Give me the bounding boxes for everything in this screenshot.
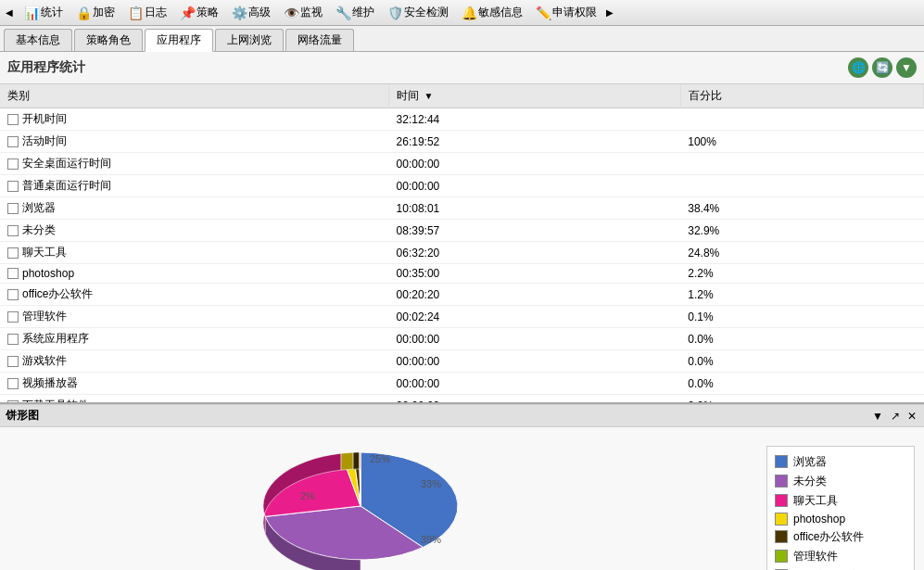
table-row[interactable]: office办公软件 00:20:20 1.2%	[0, 284, 924, 306]
sensitive-icon: 🔔	[462, 6, 476, 20]
main-area: 应用程序统计 🌐 🔄 ▼ 类别 时间 ▼ 百分比	[0, 52, 924, 570]
table-row[interactable]: 普通桌面运行时间 00:00:00	[0, 175, 924, 197]
row-category-6: 聊天工具	[22, 245, 67, 260]
row-checkbox-2[interactable]	[7, 158, 19, 170]
stats-icons: 🌐 🔄 ▼	[848, 57, 917, 78]
table-row[interactable]: 视频播放器 00:00:00 0.0%	[0, 373, 924, 395]
row-category-3: 普通桌面运行时间	[22, 178, 111, 194]
row-time-8: 00:20:20	[389, 284, 681, 306]
policy-icon: 📌	[180, 6, 195, 20]
stats-icon-dropdown[interactable]: ▼	[896, 57, 917, 78]
toolbar-left-arrow[interactable]: ◀	[4, 6, 17, 19]
toolbar-sensitive-label: 敏感信息	[478, 5, 523, 20]
stats-icon-globe[interactable]: 🌐	[848, 57, 868, 78]
row-category-10: 系统应用程序	[22, 331, 89, 347]
toolbar-right-arrow[interactable]: ▶	[604, 6, 617, 19]
toolbar-monitor[interactable]: 👁️ 监视	[278, 3, 328, 22]
pie-pct-uncategorized: 33%	[421, 478, 441, 489]
row-checkbox-1[interactable]	[7, 136, 19, 147]
toolbar-log[interactable]: 📋 日志	[122, 3, 172, 22]
toolbar-encrypt[interactable]: 🔒 加密	[70, 3, 120, 22]
apply-permission-icon: ✏️	[536, 6, 551, 20]
pie-btn-dropdown[interactable]: ▼	[870, 410, 885, 423]
pie-title: 饼形图	[6, 408, 39, 424]
row-checkbox-13[interactable]	[7, 400, 19, 403]
toolbar-monitor-label: 监视	[300, 5, 323, 20]
legend-color-0	[775, 455, 788, 468]
row-category-5: 未分类	[22, 222, 56, 238]
table-row[interactable]: 安全桌面运行时间 00:00:00	[0, 153, 924, 175]
legend-label-2: 聊天工具	[793, 493, 838, 509]
legend-color-3	[775, 513, 788, 526]
table-row[interactable]: 游戏软件 00:00:00 0.0%	[0, 350, 924, 373]
toolbar-policy[interactable]: 📌 策略	[174, 3, 224, 22]
row-category-8: office办公软件	[22, 286, 93, 302]
table-row[interactable]: 浏览器 10:08:01 38.4%	[0, 197, 924, 220]
toolbar-sensitive[interactable]: 🔔 敏感信息	[456, 3, 528, 22]
table-row[interactable]: 下载工具软件 00:00:00 0.0%	[0, 395, 924, 403]
table-row[interactable]: 聊天工具 06:32:20 24.8%	[0, 242, 924, 264]
legend-item-4: office办公软件	[775, 529, 906, 545]
legend-label-0: 浏览器	[793, 454, 827, 470]
row-percent-3	[680, 175, 923, 197]
toolbar-maintenance[interactable]: 🔧 维护	[330, 3, 380, 22]
toolbar-security-check[interactable]: 🛡️ 安全检测	[382, 3, 454, 22]
row-checkbox-6[interactable]	[7, 247, 19, 259]
table-row[interactable]: 系统应用程序 00:00:00 0.0%	[0, 328, 924, 350]
toolbar-apply-permission[interactable]: ✏️ 申请权限	[530, 3, 602, 22]
col-header-percent[interactable]: 百分比	[680, 84, 923, 108]
row-percent-2	[680, 153, 923, 175]
row-checkbox-4[interactable]	[7, 203, 19, 214]
row-checkbox-11[interactable]	[7, 356, 19, 367]
statistics-icon: 📊	[24, 6, 39, 20]
legend-label-3: photoshop	[793, 513, 845, 526]
toolbar-statistics-label: 统计	[41, 5, 63, 20]
log-icon: 📋	[128, 6, 143, 20]
row-percent-10: 0.0%	[680, 328, 923, 350]
row-checkbox-3[interactable]	[7, 181, 19, 192]
row-percent-12: 0.0%	[680, 373, 923, 395]
row-checkbox-0[interactable]	[7, 114, 19, 125]
table-row[interactable]: 开机时间 32:12:44	[0, 108, 924, 131]
tab-application[interactable]: 应用程序	[145, 29, 213, 52]
toolbar-apply-permission-label: 申请权限	[552, 5, 597, 20]
row-time-11: 00:00:00	[389, 350, 681, 373]
toolbar-log-label: 日志	[145, 5, 167, 20]
table-row[interactable]: 管理软件 00:02:24 0.1%	[0, 306, 924, 328]
tab-basic-info[interactable]: 基本信息	[4, 29, 72, 51]
legend-item-0: 浏览器	[775, 454, 906, 470]
stats-icon-refresh[interactable]: 🔄	[872, 57, 892, 78]
row-checkbox-9[interactable]	[7, 311, 19, 323]
legend-color-2	[775, 494, 788, 507]
table-row[interactable]: 未分类 08:39:57 32.9%	[0, 220, 924, 242]
toolbar-statistics[interactable]: 📊 统计	[19, 3, 69, 22]
row-time-4: 10:08:01	[389, 197, 681, 220]
row-checkbox-10[interactable]	[7, 334, 19, 345]
tab-web-browse[interactable]: 上网浏览	[215, 29, 284, 51]
row-category-2: 安全桌面运行时间	[22, 156, 111, 171]
row-time-1: 26:19:52	[389, 131, 681, 153]
pie-btn-pin[interactable]: ↗	[889, 410, 902, 423]
table-row[interactable]: photoshop 00:35:00 2.2%	[0, 264, 924, 284]
legend-item-2: 聊天工具	[775, 493, 906, 509]
legend-item-3: photoshop	[775, 513, 906, 526]
pie-pct-photoshop: 2%	[300, 490, 315, 501]
pie-btn-close[interactable]: ✕	[905, 410, 918, 423]
legend-color-1	[775, 475, 788, 488]
col-header-category[interactable]: 类别	[0, 84, 389, 108]
row-checkbox-7[interactable]	[7, 268, 19, 279]
row-category-1: 活动时间	[22, 133, 67, 149]
row-percent-13: 0.0%	[680, 395, 923, 403]
table-row[interactable]: 活动时间 26:19:52 100%	[0, 131, 924, 153]
toolbar-advanced[interactable]: ⚙️ 高级	[226, 3, 276, 22]
row-checkbox-5[interactable]	[7, 225, 19, 236]
pie-pct-browser: 39%	[421, 534, 441, 545]
tab-network-flow[interactable]: 网络流量	[285, 29, 354, 51]
tab-bar: 基本信息 策略角色 应用程序 上网浏览 网络流量	[0, 26, 924, 52]
tab-policy-role[interactable]: 策略角色	[74, 29, 143, 51]
row-checkbox-8[interactable]	[7, 289, 19, 300]
row-time-3: 00:00:00	[389, 175, 681, 197]
row-checkbox-12[interactable]	[7, 378, 19, 389]
row-category-13: 下载工具软件	[22, 398, 89, 402]
col-header-time[interactable]: 时间 ▼	[389, 84, 681, 108]
